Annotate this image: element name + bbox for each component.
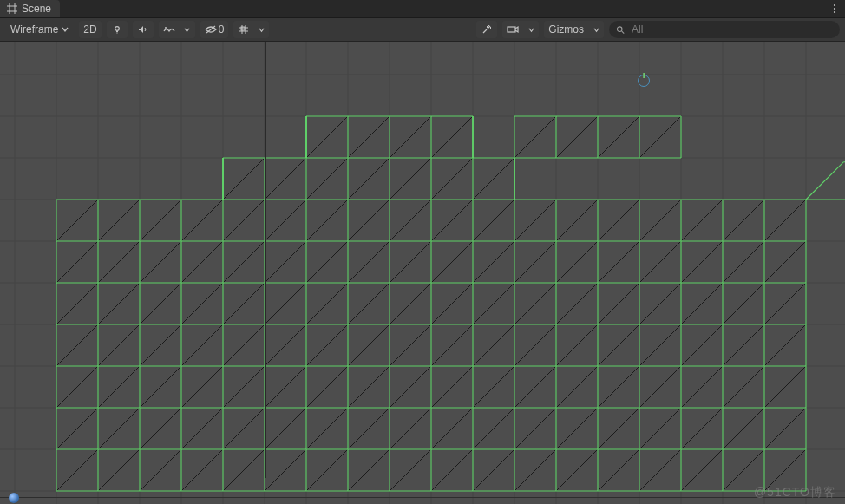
svg-line-98 bbox=[306, 158, 348, 200]
svg-line-93 bbox=[265, 324, 306, 366]
svg-line-105 bbox=[306, 449, 348, 491]
timeline-handle[interactable] bbox=[9, 493, 19, 503]
svg-line-135 bbox=[473, 241, 514, 283]
gizmos-toggle[interactable]: Gizmos bbox=[544, 21, 589, 38]
svg-line-148 bbox=[556, 200, 598, 241]
svg-line-190 bbox=[514, 116, 556, 158]
svg-line-62 bbox=[98, 283, 140, 324]
audio-icon bbox=[138, 24, 148, 35]
effects-icon bbox=[163, 24, 175, 35]
svg-line-96 bbox=[265, 449, 306, 491]
tab-context-menu[interactable] bbox=[829, 0, 840, 17]
scene-canvas bbox=[0, 42, 845, 504]
svg-line-178 bbox=[723, 283, 764, 324]
chevron-down-icon bbox=[184, 27, 190, 33]
2d-toggle-button[interactable]: 2D bbox=[79, 21, 101, 38]
svg-line-114 bbox=[348, 449, 390, 491]
svg-line-185 bbox=[764, 283, 806, 324]
svg-line-122 bbox=[390, 408, 431, 449]
svg-line-55 bbox=[56, 283, 98, 324]
svg-line-189 bbox=[764, 449, 806, 491]
camera-icon bbox=[507, 24, 519, 35]
svg-line-165 bbox=[639, 324, 681, 366]
svg-line-192 bbox=[598, 116, 639, 158]
svg-line-97 bbox=[306, 116, 348, 158]
svg-line-71 bbox=[140, 366, 181, 408]
svg-line-158 bbox=[598, 324, 639, 366]
svg-line-183 bbox=[764, 200, 806, 241]
svg-line-141 bbox=[514, 200, 556, 241]
svg-point-5 bbox=[834, 8, 835, 10]
svg-line-188 bbox=[764, 408, 806, 449]
timeline-scrubber[interactable] bbox=[0, 497, 845, 499]
svg-line-134 bbox=[473, 200, 514, 241]
scene-toolbar: Wireframe 2D 0 bbox=[0, 18, 845, 42]
scene-viewport[interactable]: @51CTO博客 bbox=[0, 42, 845, 504]
gizmos-dropdown[interactable] bbox=[588, 21, 604, 38]
layers-visibility-toggle[interactable]: 0 bbox=[200, 21, 229, 38]
svg-line-146 bbox=[514, 408, 556, 449]
svg-line-157 bbox=[598, 283, 639, 324]
svg-line-131 bbox=[431, 408, 473, 449]
svg-line-53 bbox=[56, 200, 98, 241]
svg-line-140 bbox=[473, 449, 514, 491]
svg-line-75 bbox=[181, 241, 223, 283]
svg-line-123 bbox=[390, 449, 431, 491]
svg-line-120 bbox=[390, 324, 431, 366]
effects-dropdown[interactable] bbox=[180, 21, 195, 38]
svg-line-92 bbox=[265, 283, 306, 324]
svg-line-54 bbox=[56, 241, 98, 283]
svg-line-90 bbox=[265, 200, 306, 241]
svg-line-126 bbox=[431, 200, 473, 241]
svg-line-56 bbox=[56, 324, 98, 366]
svg-line-100 bbox=[306, 241, 348, 283]
scene-effects-toggle[interactable] bbox=[159, 21, 180, 38]
layers-count-label: 0 bbox=[219, 23, 225, 36]
scene-grid-icon bbox=[7, 3, 17, 14]
svg-line-72 bbox=[140, 408, 181, 449]
kebab-icon bbox=[829, 3, 840, 14]
scene-orientation-gizmo[interactable] bbox=[638, 75, 650, 87]
scene-camera-dropdown[interactable] bbox=[523, 21, 539, 38]
svg-line-121 bbox=[390, 366, 431, 408]
tab-scene-label: Scene bbox=[22, 3, 51, 15]
scene-audio-toggle[interactable] bbox=[133, 21, 154, 38]
svg-line-113 bbox=[348, 408, 390, 449]
scene-camera-button[interactable] bbox=[502, 21, 524, 38]
svg-line-112 bbox=[348, 366, 390, 408]
svg-line-64 bbox=[98, 366, 140, 408]
scene-lighting-toggle[interactable] bbox=[107, 21, 128, 38]
svg-line-136 bbox=[473, 283, 514, 324]
svg-line-67 bbox=[140, 200, 181, 241]
svg-line-102 bbox=[306, 324, 348, 366]
svg-line-151 bbox=[556, 324, 598, 366]
svg-line-156 bbox=[598, 241, 639, 283]
svg-line-163 bbox=[639, 241, 681, 283]
search-input[interactable] bbox=[630, 23, 833, 36]
hierarchy-search[interactable] bbox=[609, 21, 840, 38]
tools-button[interactable] bbox=[476, 21, 497, 38]
eye-off-icon bbox=[205, 24, 217, 35]
svg-line-57 bbox=[56, 366, 98, 408]
svg-line-130 bbox=[431, 366, 473, 408]
grid-snap-toggle[interactable] bbox=[233, 21, 254, 38]
svg-line-58 bbox=[56, 408, 98, 449]
svg-line-153 bbox=[556, 408, 598, 449]
svg-line-116 bbox=[390, 158, 431, 200]
svg-line-107 bbox=[348, 158, 390, 200]
grid-snap-dropdown[interactable] bbox=[253, 21, 269, 38]
svg-line-117 bbox=[390, 200, 431, 241]
svg-line-145 bbox=[514, 366, 556, 408]
svg-line-74 bbox=[181, 200, 223, 241]
shading-mode-dropdown[interactable]: Wireframe bbox=[5, 21, 74, 38]
svg-line-108 bbox=[348, 200, 390, 241]
svg-line-63 bbox=[98, 324, 140, 366]
tab-scene[interactable]: Scene bbox=[0, 0, 60, 17]
svg-line-175 bbox=[681, 449, 723, 491]
svg-line-138 bbox=[473, 366, 514, 408]
svg-line-101 bbox=[306, 283, 348, 324]
effects-group bbox=[159, 21, 195, 38]
svg-line-95 bbox=[265, 408, 306, 449]
svg-line-124 bbox=[431, 116, 473, 158]
svg-line-89 bbox=[265, 158, 306, 200]
